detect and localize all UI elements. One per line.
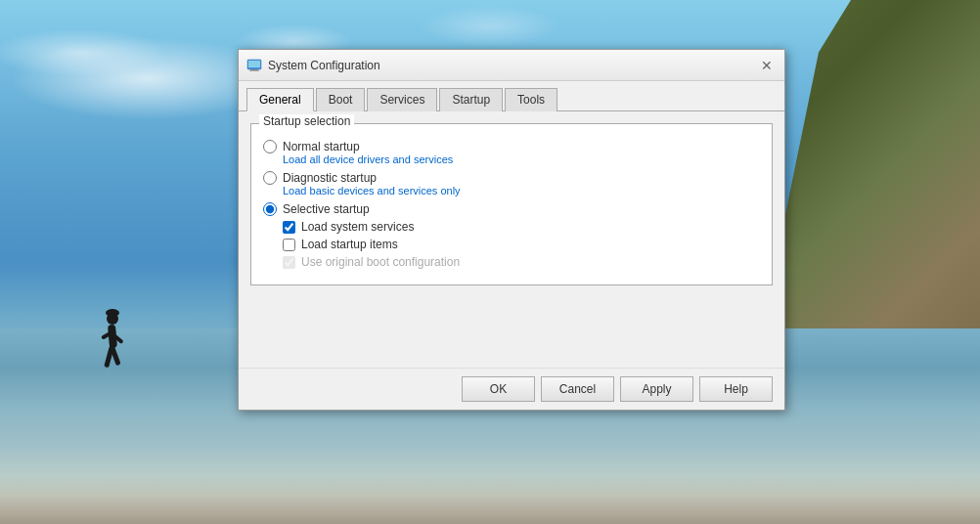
svg-rect-3 [249,70,259,71]
runner-figure [93,309,132,387]
tab-services[interactable]: Services [367,88,437,111]
cancel-button[interactable]: Cancel [541,376,614,402]
apply-button[interactable]: Apply [620,376,693,402]
startup-selection-group: Startup selection Normal startup Load al… [250,123,773,285]
selective-sub-options: Load system services Load startup items … [283,220,760,269]
tab-bar: General Boot Services Startup Tools [239,81,784,111]
load-startup-label[interactable]: Load startup items [283,238,760,251]
dialog-title: System Configuration [268,59,380,72]
titlebar: System Configuration ✕ [239,50,784,81]
normal-startup-option: Normal startup Load all device drivers a… [263,140,760,165]
dialog-content: Startup selection Normal startup Load al… [239,111,784,368]
tab-tools[interactable]: Tools [505,88,557,111]
use-original-checkbox [283,256,295,269]
load-system-label[interactable]: Load system services [283,220,760,234]
tab-startup[interactable]: Startup [439,88,503,111]
tab-boot[interactable]: Boot [316,88,366,111]
diagnostic-startup-option: Diagnostic startup Load basic devices an… [263,171,760,196]
close-button[interactable]: ✕ [757,56,777,75]
groupbox-label: Startup selection [259,114,354,128]
load-startup-checkbox[interactable] [283,239,295,251]
selective-startup-label[interactable]: Selective startup [263,202,760,216]
button-row: OK Cancel Apply Help [239,368,784,410]
diagnostic-startup-radio[interactable] [263,171,277,185]
selective-startup-radio[interactable] [263,202,277,216]
dialog-icon [246,58,262,73]
help-button[interactable]: Help [699,376,773,402]
diagnostic-startup-hint: Load basic devices and services only [283,185,760,196]
normal-startup-radio[interactable] [263,140,277,153]
selective-startup-option: Selective startup Load system services L… [263,202,760,269]
diagnostic-startup-label[interactable]: Diagnostic startup [263,171,760,185]
ok-button[interactable]: OK [462,376,535,402]
use-original-label: Use original boot configuration [283,255,760,269]
normal-startup-hint: Load all device drivers and services [283,153,760,165]
normal-startup-label[interactable]: Normal startup [263,140,760,153]
tab-general[interactable]: General [246,88,314,111]
load-system-checkbox[interactable] [283,221,295,234]
empty-space [250,297,773,356]
svg-rect-1 [248,61,260,67]
radio-group: Normal startup Load all device drivers a… [263,140,760,269]
titlebar-left: System Configuration [246,58,380,73]
system-configuration-dialog: System Configuration ✕ General Boot Serv… [238,49,785,411]
